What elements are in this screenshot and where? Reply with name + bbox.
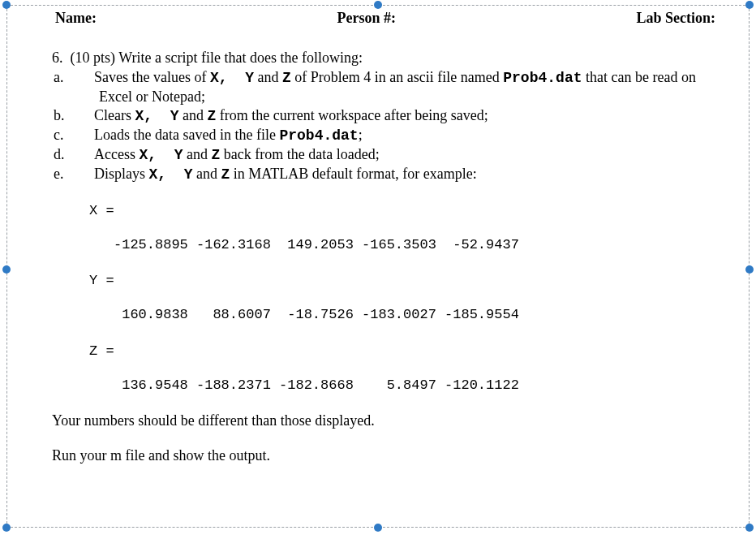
numbers-note: Your numbers should be different than th… bbox=[52, 412, 724, 429]
question-main: 6. (10 pts) Write a script file that doe… bbox=[52, 50, 724, 67]
question-intro: Write a script file that does the follow… bbox=[118, 50, 363, 66]
resize-handle-bottom-center[interactable] bbox=[374, 524, 382, 532]
resize-handle-bottom-right[interactable] bbox=[745, 524, 754, 532]
run-note: Run your m file and show the output. bbox=[52, 447, 724, 464]
marker-e: e. bbox=[76, 165, 94, 183]
x-label: X = bbox=[89, 202, 724, 220]
lab-label: Lab Section: bbox=[636, 10, 715, 27]
x-values: -125.8895 -162.3168 149.2053 -165.3503 -… bbox=[114, 236, 724, 254]
sub-a: a.Saves the values of X, Y and Z of Prob… bbox=[76, 68, 724, 106]
sub-d: d.Access X, Y and Z back from the data l… bbox=[76, 145, 724, 165]
question-points: (10 pts) bbox=[71, 50, 116, 66]
z-label: Z = bbox=[89, 343, 724, 360]
resize-handle-mid-right[interactable] bbox=[745, 265, 754, 274]
sub-e: e.Displays X, Y and Z in MATLAB default … bbox=[76, 165, 724, 184]
sub-question-list: a.Saves the values of X, Y and Z of Prob… bbox=[76, 68, 724, 184]
y-label: Y = bbox=[89, 272, 724, 290]
header-row: Name: Person #: Lab Section: bbox=[49, 10, 724, 27]
question-number: 6. bbox=[52, 50, 63, 66]
marker-c: c. bbox=[76, 126, 94, 144]
marker-b: b. bbox=[76, 106, 94, 125]
sub-b: b.Clears X, Y and Z from the current wor… bbox=[76, 106, 724, 126]
document-content: Name: Person #: Lab Section: 6. (10 pts)… bbox=[49, 10, 724, 464]
y-values: 160.9838 88.6007 -18.7526 -183.0027 -185… bbox=[114, 306, 724, 324]
resize-handle-bottom-left[interactable] bbox=[2, 524, 11, 532]
resize-handle-mid-left[interactable] bbox=[2, 265, 11, 274]
sub-c: c.Loads the data saved in the file Prob4… bbox=[76, 126, 724, 145]
question-body: 6. (10 pts) Write a script file that doe… bbox=[49, 50, 724, 464]
z-values: 136.9548 -188.2371 -182.8668 5.8497 -120… bbox=[114, 377, 724, 395]
person-label: Person #: bbox=[337, 10, 395, 27]
matlab-output: X = -125.8895 -162.3168 149.2053 -165.35… bbox=[89, 202, 724, 395]
resize-handle-top-right[interactable] bbox=[745, 1, 754, 9]
marker-d: d. bbox=[76, 145, 94, 164]
name-label: Name: bbox=[55, 10, 97, 27]
marker-a: a. bbox=[76, 68, 94, 87]
resize-handle-top-left[interactable] bbox=[2, 1, 11, 9]
resize-handle-top-center[interactable] bbox=[374, 1, 382, 9]
